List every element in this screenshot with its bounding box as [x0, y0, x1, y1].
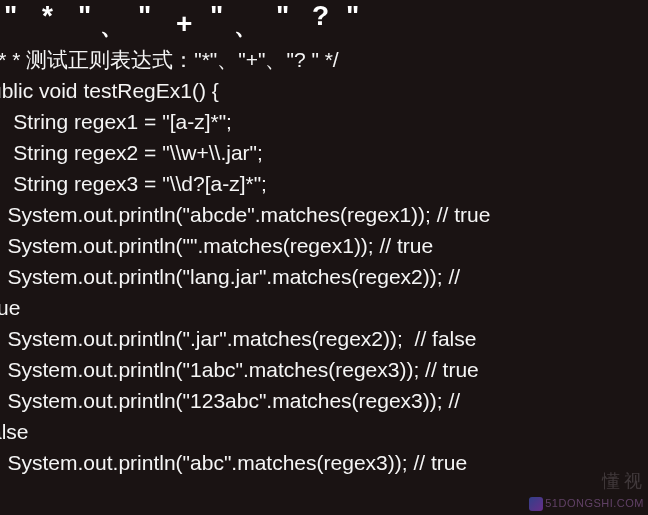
code-line: String regex2 = "\\w+\\.jar"; — [0, 137, 648, 168]
watermark-url-text: 51DONGSHI.COM — [545, 497, 644, 509]
code-screenshot: "*"、"+"、"?" ** * 测试正则表达式："*"、"+"、"? " */… — [0, 0, 648, 515]
code-line: String regex1 = "[a-z]*"; — [0, 106, 648, 137]
title-glyph: " — [210, 0, 225, 32]
code-line: System.out.println("".matches(regex1)); … — [0, 230, 648, 261]
code-line: System.out.println("1abc".matches(regex3… — [0, 354, 648, 385]
code-line: System.out.println(".jar".matches(regex2… — [0, 323, 648, 354]
title-glyph: " — [78, 0, 93, 32]
title-glyph: 、 — [100, 10, 126, 42]
code-line: alse — [0, 416, 648, 447]
watermark-zh: 懂 视 — [602, 469, 643, 493]
title-glyph: " — [138, 0, 153, 32]
code-line: System.out.println("abc".matches(regex3)… — [0, 447, 648, 478]
title-glyph: + — [176, 8, 194, 40]
watermark-url: 51DONGSHI.COM — [529, 497, 644, 511]
title-glyph: * — [42, 0, 55, 32]
code-line: String regex3 = "\\d?[a-z]*"; — [0, 168, 648, 199]
code-line: System.out.println("123abc".matches(rege… — [0, 385, 648, 416]
title-glyph: " — [346, 0, 361, 32]
watermark-logo-icon — [529, 497, 543, 511]
title-glyph: " — [276, 0, 291, 32]
title-glyph: ? — [312, 0, 331, 32]
code-block: ** * 测试正则表达式："*"、"+"、"? " */ublic void t… — [0, 44, 648, 478]
code-line: ** * 测试正则表达式："*"、"+"、"? " */ — [0, 44, 648, 75]
code-line: rue — [0, 292, 648, 323]
code-line: ublic void testRegEx1() { — [0, 75, 648, 106]
code-line: System.out.println("lang.jar".matches(re… — [0, 261, 648, 292]
title-glyph: " — [4, 0, 19, 32]
title-art-row: "*"、"+"、"?" — [0, 0, 648, 44]
code-line: System.out.println("abcde".matches(regex… — [0, 199, 648, 230]
title-glyph: 、 — [234, 10, 260, 42]
